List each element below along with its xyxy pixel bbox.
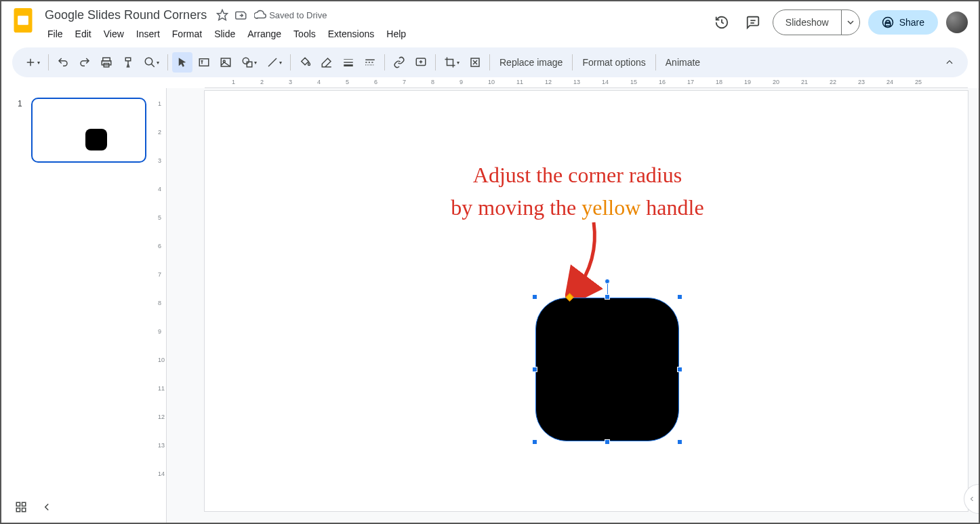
menu-file[interactable]: File (42, 26, 68, 42)
slideshow-dropdown[interactable] (842, 10, 859, 35)
grid-view-icon[interactable] (15, 501, 27, 516)
thumb-shape (85, 129, 107, 150)
menu-bar: File Edit View Insert Format Slide Arran… (42, 26, 710, 42)
star-icon[interactable] (216, 9, 228, 21)
menu-slide[interactable]: Slide (209, 26, 241, 42)
resize-handle-ml[interactable] (532, 367, 537, 372)
ruler-x-tick: 20 (773, 79, 779, 85)
svg-marker-2 (218, 10, 228, 20)
ruler-y-tick: 14 (158, 470, 165, 477)
collapse-toolbar-button[interactable] (939, 52, 960, 73)
zoom-button[interactable]: ▾ (140, 52, 163, 73)
menu-tools[interactable]: Tools (288, 26, 321, 42)
paint-format-button[interactable] (118, 52, 138, 73)
resize-handle-tl[interactable] (532, 294, 537, 300)
svg-rect-35 (22, 508, 26, 512)
textbox-tool[interactable] (194, 52, 214, 73)
slideshow-label[interactable]: Slideshow (773, 10, 842, 35)
slide-canvas[interactable]: Adjust the corner radius by moving the y… (205, 91, 968, 511)
share-button[interactable]: Share (868, 10, 938, 35)
resize-handle-bl[interactable] (532, 439, 537, 445)
ruler-x-tick: 19 (744, 79, 751, 85)
select-tool[interactable] (172, 52, 192, 73)
slideshow-button[interactable]: Slideshow (773, 9, 860, 35)
move-icon[interactable] (235, 9, 247, 21)
line-tool[interactable]: ▾ (262, 52, 286, 73)
menu-format[interactable]: Format (167, 26, 207, 42)
svg-rect-33 (22, 502, 26, 506)
ruler-x-tick: 3 (289, 79, 292, 85)
svg-rect-34 (16, 508, 20, 512)
ruler-x-tick: 12 (545, 79, 552, 85)
ruler-y-tick: 9 (158, 328, 161, 335)
link-button[interactable] (389, 52, 409, 73)
ruler-x-tick: 6 (374, 79, 377, 85)
comment-button[interactable] (411, 52, 431, 73)
annotation-text: Adjust the corner radius by moving the y… (388, 159, 767, 224)
svg-point-19 (243, 58, 249, 64)
ruler-x-tick: 17 (687, 79, 694, 85)
fill-color-button[interactable] (295, 52, 315, 73)
resize-handle-br[interactable] (677, 439, 682, 445)
filmstrip: 1 (1, 77, 156, 523)
svg-rect-20 (247, 62, 252, 67)
menu-arrange[interactable]: Arrange (242, 26, 287, 42)
save-status[interactable]: Saved to Drive (254, 9, 327, 21)
ruler-x-tick: 21 (801, 79, 808, 85)
svg-point-12 (145, 58, 152, 65)
ruler-x-tick: 15 (630, 79, 637, 85)
shape-tool[interactable]: ▾ (237, 52, 261, 73)
comments-icon[interactable] (741, 11, 764, 34)
animate-button[interactable]: Animate (660, 54, 706, 70)
rotation-handle[interactable] (605, 279, 610, 284)
annotation-arrow (565, 220, 619, 308)
ruler-y-tick: 3 (158, 157, 161, 164)
ruler-x-tick: 14 (602, 79, 609, 85)
resize-handle-tr[interactable] (677, 294, 682, 300)
format-options-button[interactable]: Format options (577, 54, 651, 70)
ruler-x-tick: 4 (317, 79, 321, 85)
border-color-button[interactable] (317, 52, 337, 73)
ruler-y-tick: 8 (158, 300, 161, 306)
ruler-x-tick: 16 (659, 79, 666, 85)
slide-number: 1 (18, 99, 22, 108)
menu-view[interactable]: View (98, 26, 129, 42)
ruler-x-tick: 24 (886, 79, 893, 85)
border-weight-button[interactable] (338, 52, 359, 73)
menu-insert[interactable]: Insert (131, 26, 165, 42)
resize-handle-tm[interactable] (605, 294, 610, 300)
ruler-x-tick: 1 (232, 79, 235, 85)
canvas-area: Adjust the corner radius by moving the y… (167, 88, 979, 523)
slide-thumbnail-1[interactable] (31, 98, 146, 163)
account-avatar[interactable] (946, 12, 968, 33)
selected-shape[interactable] (535, 298, 679, 441)
rounded-rectangle-shape[interactable] (535, 298, 679, 441)
share-label: Share (899, 17, 924, 28)
menu-help[interactable]: Help (381, 26, 411, 42)
ruler-y-tick: 10 (158, 357, 165, 363)
ruler-y-tick: 5 (158, 214, 161, 221)
menu-edit[interactable]: Edit (70, 26, 97, 42)
slides-logo[interactable] (9, 7, 37, 34)
replace-image-button[interactable]: Replace image (494, 54, 568, 70)
history-icon[interactable] (710, 11, 733, 34)
menu-extensions[interactable]: Extensions (323, 26, 380, 42)
resize-handle-bm[interactable] (605, 439, 610, 445)
border-dash-button[interactable] (360, 52, 380, 73)
ruler-y-tick: 1 (158, 100, 161, 107)
svg-line-13 (151, 64, 155, 67)
resize-handle-mr[interactable] (677, 367, 682, 372)
redo-button[interactable] (75, 52, 95, 73)
document-title[interactable]: Google Slides Round Corners (42, 7, 209, 24)
crop-button[interactable]: ▾ (440, 52, 464, 73)
undo-button[interactable] (53, 52, 73, 73)
reset-image-button[interactable] (465, 52, 485, 73)
print-button[interactable] (96, 52, 117, 73)
ruler-y-tick: 7 (158, 271, 161, 278)
ruler-x-tick: 18 (716, 79, 722, 85)
chevron-left-icon[interactable] (41, 501, 53, 516)
new-slide-button[interactable]: ▾ (20, 52, 44, 73)
ruler-y-tick: 6 (158, 243, 161, 249)
ruler-x-tick: 11 (516, 79, 523, 85)
image-tool[interactable] (216, 52, 236, 73)
